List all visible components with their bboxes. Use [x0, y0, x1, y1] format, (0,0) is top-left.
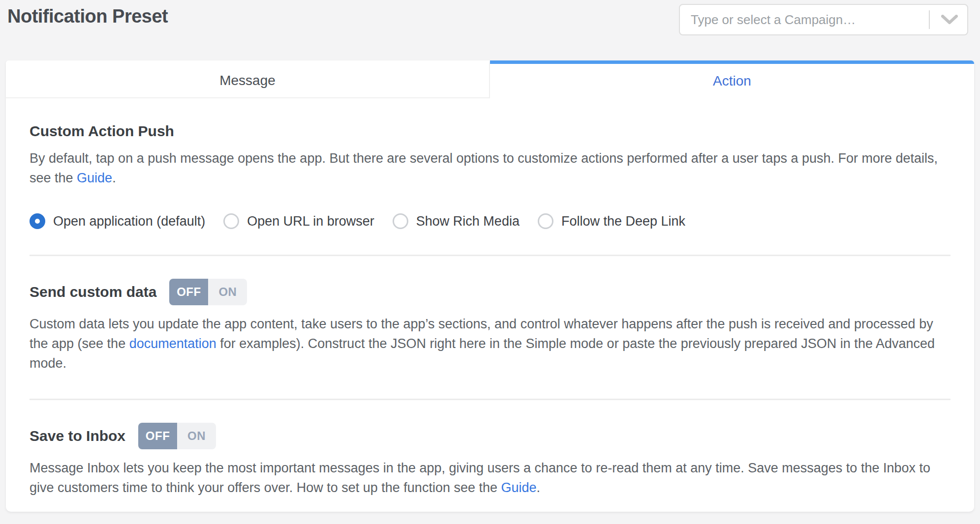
notification-preset-page: Notification Preset Type or select a Cam…: [0, 0, 980, 524]
custom-action-push-section: Custom Action Push By default, tap on a …: [30, 123, 950, 229]
radio-open-application[interactable]: Open application (default): [30, 213, 205, 229]
radio-unselected-icon: [393, 213, 408, 229]
tab-message-label: Message: [219, 73, 276, 88]
toggle-on-button[interactable]: ON: [177, 423, 216, 449]
description-text-end: .: [112, 171, 116, 185]
tab-bar: Message Action: [6, 60, 974, 98]
section-divider: [30, 399, 950, 400]
radio-follow-deep-link[interactable]: Follow the Deep Link: [538, 213, 685, 229]
save-to-inbox-toggle[interactable]: OFF ON: [138, 423, 216, 449]
save-to-inbox-header: Save to Inbox OFF ON: [30, 423, 950, 449]
send-custom-data-heading: Send custom data: [30, 284, 156, 300]
radio-open-url[interactable]: Open URL in browser: [223, 213, 374, 229]
toggle-on-button[interactable]: ON: [208, 279, 247, 305]
radio-unselected-icon: [223, 213, 239, 229]
radio-open-application-label: Open application (default): [53, 214, 205, 229]
save-to-inbox-section: Save to Inbox OFF ON Message Inbox lets …: [30, 423, 950, 497]
campaign-select-placeholder: Type or select a Campaign…: [691, 12, 929, 28]
radio-selected-icon: [30, 213, 45, 229]
tab-action[interactable]: Action: [490, 60, 974, 98]
description-text: Message Inbox lets you keep the most imp…: [30, 461, 930, 495]
topbar: Notification Preset Type or select a Cam…: [0, 0, 980, 60]
page-title: Notification Preset: [7, 4, 168, 27]
select-divider: [929, 10, 930, 29]
send-custom-data-header: Send custom data OFF ON: [30, 279, 950, 305]
custom-action-push-heading: Custom Action Push: [30, 123, 950, 140]
save-to-inbox-description: Message Inbox lets you keep the most imp…: [30, 458, 950, 497]
documentation-link[interactable]: documentation: [129, 336, 216, 351]
guide-link[interactable]: Guide: [501, 480, 537, 495]
action-type-radio-group: Open application (default) Open URL in b…: [30, 213, 950, 229]
guide-link[interactable]: Guide: [77, 171, 112, 185]
radio-follow-deep-link-label: Follow the Deep Link: [561, 214, 685, 229]
chevron-down-icon[interactable]: [939, 15, 967, 25]
save-to-inbox-heading: Save to Inbox: [30, 428, 125, 444]
custom-action-push-description: By default, tap on a push message opens …: [30, 148, 950, 188]
tab-action-label: Action: [713, 73, 751, 89]
description-text: By default, tap on a push message opens …: [30, 151, 938, 185]
action-tab-content: Custom Action Push By default, tap on a …: [6, 98, 974, 512]
toggle-off-button[interactable]: OFF: [169, 279, 208, 305]
radio-unselected-icon: [538, 213, 553, 229]
radio-show-rich-media-label: Show Rich Media: [416, 214, 520, 229]
preset-card: Message Action Custom Action Push By def…: [6, 60, 974, 512]
toggle-off-button[interactable]: OFF: [138, 423, 177, 449]
bottom-spacer: [30, 497, 950, 512]
send-custom-data-description: Custom data lets you update the app cont…: [30, 314, 950, 373]
send-custom-data-toggle[interactable]: OFF ON: [169, 279, 247, 305]
radio-show-rich-media[interactable]: Show Rich Media: [393, 213, 520, 229]
section-divider: [30, 255, 950, 256]
radio-open-url-label: Open URL in browser: [247, 214, 374, 229]
send-custom-data-section: Send custom data OFF ON Custom data lets…: [30, 279, 950, 373]
tab-message[interactable]: Message: [6, 60, 490, 98]
description-text-end: .: [537, 480, 541, 495]
campaign-select[interactable]: Type or select a Campaign…: [679, 4, 968, 35]
